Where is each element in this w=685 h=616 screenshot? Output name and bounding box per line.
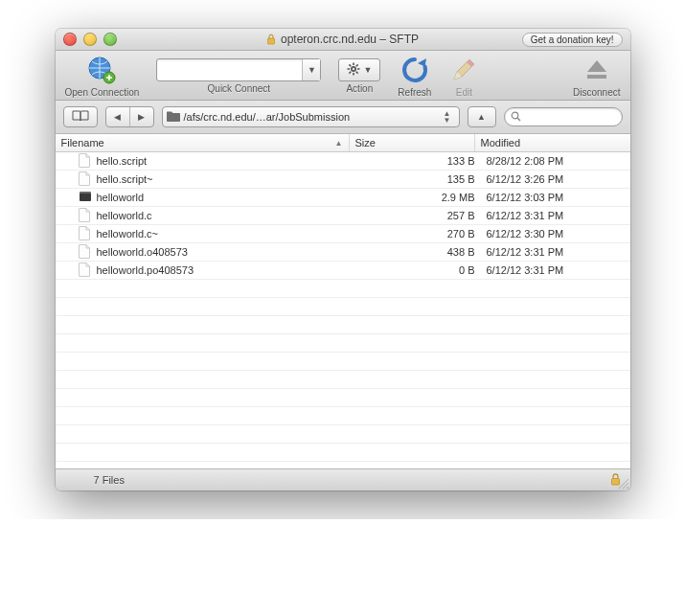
table-row[interactable]: hello.script133 B8/28/12 2:08 PM bbox=[56, 152, 630, 171]
back-button[interactable]: ◀ bbox=[106, 107, 130, 126]
globe-plus-icon bbox=[86, 55, 117, 85]
column-label: Modified bbox=[481, 137, 521, 148]
arrow-left-icon: ◀ bbox=[114, 112, 121, 122]
toolbar: Open Connection ▼ Quick Connect ▼ Action… bbox=[56, 51, 630, 101]
file-name: hello.script~ bbox=[97, 173, 153, 185]
minimize-window-button[interactable] bbox=[83, 33, 97, 46]
file-name: helloworld.c~ bbox=[97, 228, 159, 240]
file-modified: 6/12/12 3:31 PM bbox=[483, 210, 630, 221]
file-modified: 6/12/12 3:03 PM bbox=[483, 192, 630, 203]
column-headers: Filename ▲ Size Modified bbox=[56, 134, 630, 152]
svg-line-9 bbox=[356, 72, 358, 74]
pencil-icon bbox=[448, 55, 479, 85]
quick-connect-input[interactable] bbox=[157, 59, 302, 80]
svg-rect-17 bbox=[80, 192, 91, 194]
book-icon bbox=[72, 110, 89, 124]
file-modified: 6/12/12 3:30 PM bbox=[483, 228, 630, 240]
resize-grip-icon[interactable] bbox=[617, 477, 628, 489]
close-window-button[interactable] bbox=[63, 33, 77, 46]
titlebar: opteron.crc.nd.edu – SFTP Get a donation… bbox=[56, 29, 630, 51]
file-modified: 6/12/12 3:26 PM bbox=[483, 173, 630, 185]
table-row[interactable]: helloworld.c~270 B6/12/12 3:30 PM bbox=[56, 225, 630, 243]
app-window: opteron.crc.nd.edu – SFTP Get a donation… bbox=[56, 29, 630, 491]
svg-line-11 bbox=[350, 72, 352, 74]
executable-icon bbox=[79, 190, 92, 205]
window-controls bbox=[63, 33, 117, 46]
svg-rect-0 bbox=[267, 38, 274, 44]
forward-button[interactable]: ▶ bbox=[130, 107, 153, 126]
file-name: helloworld bbox=[97, 192, 145, 203]
zoom-window-button[interactable] bbox=[103, 33, 117, 46]
file-size: 0 B bbox=[362, 264, 483, 276]
edit-button[interactable]: Edit bbox=[448, 55, 479, 98]
empty-row bbox=[56, 444, 630, 462]
empty-row bbox=[56, 371, 630, 389]
path-text: /afs/crc.nd.edu/…ar/JobSubmission bbox=[184, 111, 351, 123]
file-icon bbox=[79, 208, 92, 223]
open-connection-button[interactable]: Open Connection bbox=[65, 55, 140, 98]
chevron-updown-icon: ▲▼ bbox=[440, 110, 455, 124]
empty-row bbox=[56, 425, 630, 444]
quick-connect-field[interactable]: ▼ bbox=[156, 58, 321, 81]
window-title-text: opteron.crc.nd.edu – SFTP bbox=[281, 33, 419, 46]
file-size: 133 B bbox=[362, 155, 483, 167]
column-filename[interactable]: Filename ▲ bbox=[56, 134, 350, 151]
column-label: Filename bbox=[61, 137, 104, 148]
file-list[interactable]: hello.script133 B8/28/12 2:08 PMhello.sc… bbox=[56, 152, 630, 468]
folder-icon bbox=[167, 111, 180, 124]
chevron-down-icon: ▼ bbox=[363, 65, 372, 75]
table-row[interactable]: helloworld2.9 MB6/12/12 3:03 PM bbox=[56, 189, 630, 207]
search-field[interactable] bbox=[504, 107, 623, 126]
file-icon bbox=[79, 244, 92, 260]
svg-rect-16 bbox=[80, 193, 91, 201]
table-row[interactable]: helloworld.c257 B6/12/12 3:31 PM bbox=[56, 207, 630, 225]
toolbar-label: Open Connection bbox=[65, 87, 140, 98]
empty-row bbox=[56, 316, 630, 334]
lock-icon bbox=[266, 34, 276, 45]
refresh-button[interactable]: Refresh bbox=[398, 55, 431, 98]
empty-row bbox=[56, 298, 630, 316]
svg-rect-13 bbox=[587, 75, 606, 79]
file-size: 438 B bbox=[362, 246, 483, 258]
search-input[interactable] bbox=[525, 110, 616, 124]
file-modified: 6/12/12 3:31 PM bbox=[483, 246, 630, 258]
bookmarks-button[interactable] bbox=[63, 106, 98, 127]
gear-dropdown-button[interactable]: ▼ bbox=[338, 58, 380, 81]
svg-line-21 bbox=[627, 487, 628, 489]
svg-line-8 bbox=[350, 64, 352, 66]
file-icon bbox=[79, 226, 92, 241]
svg-line-15 bbox=[517, 118, 520, 121]
file-icon bbox=[79, 262, 92, 278]
refresh-icon bbox=[400, 55, 430, 85]
file-icon bbox=[79, 153, 92, 169]
svg-point-14 bbox=[512, 112, 518, 119]
history-nav: ◀ ▶ bbox=[105, 106, 154, 127]
column-size[interactable]: Size bbox=[350, 134, 475, 151]
file-modified: 8/28/12 2:08 PM bbox=[483, 155, 630, 167]
svg-point-12 bbox=[353, 68, 355, 71]
arrow-right-icon: ▶ bbox=[138, 112, 145, 122]
disconnect-button[interactable]: Disconnect bbox=[573, 55, 620, 98]
table-row[interactable]: helloworld.o408573438 B6/12/12 3:31 PM bbox=[56, 243, 630, 262]
table-row[interactable]: helloworld.po4085730 B6/12/12 3:31 PM bbox=[56, 262, 630, 280]
sort-ascending-icon: ▲ bbox=[335, 139, 343, 148]
empty-row bbox=[56, 334, 630, 353]
quick-connect-dropdown[interactable]: ▼ bbox=[302, 59, 320, 80]
statusbar: 7 Files bbox=[56, 468, 630, 491]
status-count: 7 Files bbox=[94, 474, 125, 486]
file-name: helloworld.o408573 bbox=[97, 246, 188, 258]
empty-row bbox=[56, 407, 630, 425]
toolbar-label: Disconnect bbox=[573, 87, 620, 98]
file-name: helloworld.c bbox=[97, 210, 152, 221]
file-name: helloworld.po408573 bbox=[97, 264, 194, 276]
go-up-button[interactable]: ▲ bbox=[468, 106, 496, 127]
empty-row bbox=[56, 353, 630, 371]
toolbar-label: Refresh bbox=[398, 87, 431, 98]
file-size: 257 B bbox=[362, 210, 483, 221]
path-dropdown[interactable]: /afs/crc.nd.edu/…ar/JobSubmission ▲▼ bbox=[162, 106, 460, 127]
table-row[interactable]: hello.script~135 B6/12/12 3:26 PM bbox=[56, 171, 630, 189]
action-menu-button[interactable]: ▼ Action bbox=[338, 55, 380, 94]
donation-button[interactable]: Get a donation key! bbox=[522, 33, 623, 47]
column-modified[interactable]: Modified bbox=[475, 134, 630, 151]
gear-icon bbox=[347, 62, 360, 78]
